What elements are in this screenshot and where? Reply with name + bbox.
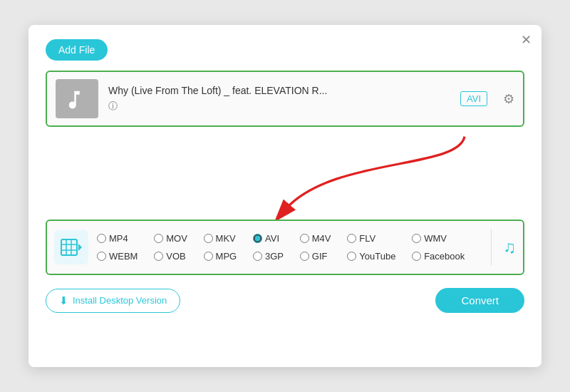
- arrow-area: [46, 127, 524, 220]
- radio-label-wmv[interactable]: WMV: [410, 232, 480, 245]
- radio-3gp[interactable]: [253, 252, 262, 261]
- radio-label-webm[interactable]: WEBM: [95, 249, 152, 263]
- format-label-vob: VOB: [166, 251, 185, 262]
- music-format-icon[interactable]: ♫: [503, 237, 516, 257]
- radio-label-avi[interactable]: AVI: [252, 232, 299, 245]
- radio-label-gif[interactable]: GIF: [299, 249, 346, 263]
- settings-icon[interactable]: ⚙: [503, 91, 514, 107]
- radio-mkv[interactable]: [204, 234, 213, 243]
- video-icon: [61, 237, 82, 257]
- radio-wmv[interactable]: [412, 234, 421, 243]
- format-label-flv: FLV: [359, 233, 375, 244]
- radio-label-mpg[interactable]: MPG: [202, 249, 252, 263]
- radio-label-mkv[interactable]: MKV: [202, 232, 252, 245]
- radio-label-youtube[interactable]: YouTube: [346, 249, 410, 263]
- radio-mp4[interactable]: [97, 234, 106, 243]
- format-label-avi: AVI: [265, 233, 279, 244]
- format-label-mpg: MPG: [216, 251, 237, 262]
- file-title: Why (Live From The Loft) _ feat. ELEVATI…: [108, 85, 450, 96]
- video-icon-box[interactable]: [54, 230, 88, 264]
- music-note-icon: [66, 88, 88, 110]
- radio-webm[interactable]: [97, 252, 106, 261]
- radio-facebook[interactable]: [412, 252, 421, 261]
- format-label-mkv: MKV: [216, 233, 236, 244]
- radio-label-flv[interactable]: FLV: [346, 232, 410, 245]
- radio-avi[interactable]: [253, 234, 262, 243]
- info-icon[interactable]: ⓘ: [108, 100, 118, 111]
- radio-label-m4v[interactable]: M4V: [299, 232, 346, 245]
- radio-label-3gp[interactable]: 3GP: [252, 249, 299, 263]
- svg-marker-6: [78, 244, 82, 251]
- radio-mov[interactable]: [154, 234, 163, 243]
- format-label-gif: GIF: [312, 251, 328, 262]
- radio-label-mov[interactable]: MOV: [152, 232, 202, 245]
- radio-label-vob[interactable]: VOB: [152, 249, 202, 263]
- file-thumbnail: [56, 79, 98, 118]
- radio-label-facebook[interactable]: Facebook: [410, 249, 480, 263]
- radio-label-mp4[interactable]: MP4: [95, 232, 152, 245]
- file-row: Why (Live From The Loft) _ feat. ELEVATI…: [46, 71, 524, 127]
- svg-rect-1: [61, 239, 77, 255]
- radio-vob[interactable]: [154, 252, 163, 261]
- format-badge[interactable]: AVI: [460, 91, 487, 106]
- install-desktop-button[interactable]: ⬇ Install Desktop Version: [46, 289, 180, 313]
- radio-gif[interactable]: [300, 252, 309, 261]
- radio-flv[interactable]: [347, 234, 356, 243]
- format-row: MP4MOVMKVAVIM4VFLVWMVWEBMVOBMPG3GPGIFYou…: [46, 220, 524, 275]
- divider: [491, 229, 492, 265]
- format-label-mov: MOV: [166, 233, 187, 244]
- radio-youtube[interactable]: [347, 252, 356, 261]
- format-grid: MP4MOVMKVAVIM4VFLVWMVWEBMVOBMPG3GPGIFYou…: [95, 232, 480, 263]
- format-label-webm: WEBM: [109, 251, 138, 262]
- format-label-mp4: MP4: [109, 233, 128, 244]
- main-dialog: ✕ Add File Why (Live From The Loft) _ fe…: [28, 25, 542, 367]
- curved-arrow: [46, 127, 524, 220]
- format-label-facebook: Facebook: [424, 251, 465, 262]
- radio-mpg[interactable]: [204, 252, 213, 261]
- format-label-youtube: YouTube: [359, 251, 395, 262]
- install-label: Install Desktop Version: [73, 295, 167, 306]
- format-label-wmv: WMV: [424, 233, 447, 244]
- download-icon: ⬇: [59, 294, 68, 307]
- radio-m4v[interactable]: [300, 234, 309, 243]
- convert-button[interactable]: Convert: [435, 288, 524, 313]
- add-file-button[interactable]: Add File: [46, 39, 108, 61]
- bottom-bar: ⬇ Install Desktop Version Convert: [46, 288, 524, 313]
- format-label-3gp: 3GP: [265, 251, 284, 262]
- close-button[interactable]: ✕: [521, 33, 532, 46]
- format-label-m4v: M4V: [312, 233, 331, 244]
- file-info: Why (Live From The Loft) _ feat. ELEVATI…: [108, 85, 450, 113]
